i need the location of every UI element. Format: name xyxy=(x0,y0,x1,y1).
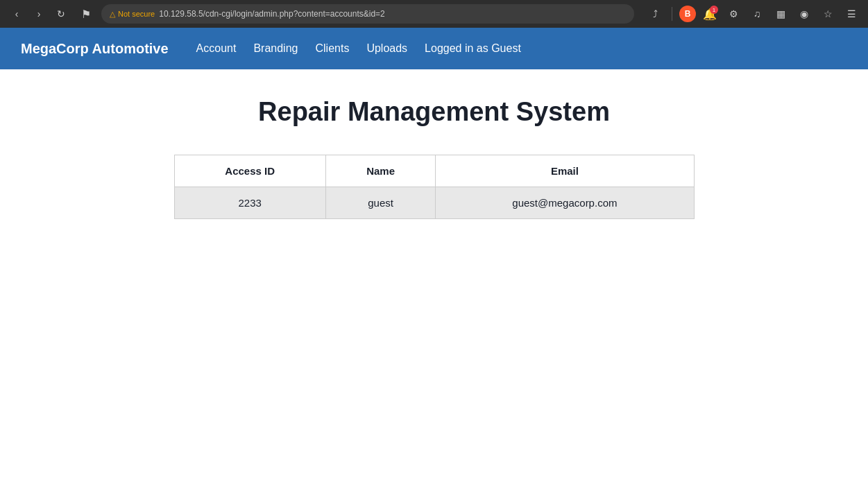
cell-name: guest xyxy=(325,187,436,219)
nav-clients[interactable]: Clients xyxy=(315,42,349,55)
divider xyxy=(672,7,672,21)
music-button[interactable]: ♫ xyxy=(747,4,767,24)
nav-buttons: ‹ › ↻ xyxy=(7,4,71,24)
col-access-id: Access ID xyxy=(174,155,325,187)
nav-uploads[interactable]: Uploads xyxy=(366,42,407,55)
col-email: Email xyxy=(436,155,694,187)
table-header-row: Access ID Name Email xyxy=(174,155,694,187)
data-table: Access ID Name Email 2233 guest guest@me… xyxy=(174,155,695,219)
cell-access-id: 2233 xyxy=(174,187,325,219)
nav-account[interactable]: Account xyxy=(196,42,237,55)
navbar: MegaCorp Automotive Account Branding Cli… xyxy=(0,28,868,69)
layout-button[interactable]: ▦ xyxy=(771,4,790,24)
forward-button[interactable]: › xyxy=(29,4,49,24)
security-label: Not secure xyxy=(118,10,155,18)
url-text: 10.129.58.5/cdn-cgi/login/admin.php?cont… xyxy=(159,9,385,19)
brand-name: MegaCorp Automotive xyxy=(21,41,169,57)
wallet-button[interactable]: ◉ xyxy=(794,4,814,24)
notification-badge: 1 xyxy=(710,6,718,14)
nav-links: Account Branding Clients Uploads Logged … xyxy=(196,42,521,55)
page-title: Repair Management System xyxy=(258,97,610,127)
table-row: 2233 guest guest@megacorp.com xyxy=(174,187,694,219)
favorites-button[interactable]: ☆ xyxy=(818,4,837,24)
cell-email: guest@megacorp.com xyxy=(436,187,694,219)
security-warning-icon: △ Not secure xyxy=(110,10,155,19)
reload-button[interactable]: ↻ xyxy=(51,4,71,24)
browser-chrome: ‹ › ↻ ⚑ △ Not secure 10.129.58.5/cdn-cgi… xyxy=(0,0,868,28)
main-content: Repair Management System Access ID Name … xyxy=(0,69,868,247)
address-bar[interactable]: △ Not secure 10.129.58.5/cdn-cgi/login/a… xyxy=(101,4,634,24)
nav-logged-in[interactable]: Logged in as Guest xyxy=(425,42,521,55)
brave-icon: B xyxy=(679,6,696,22)
browser-actions: ⤴ B 🔔 1 ⚙ ♫ ▦ ◉ ☆ ☰ xyxy=(645,4,861,24)
extensions-button[interactable]: ⚙ xyxy=(724,4,743,24)
menu-button[interactable]: ☰ xyxy=(842,4,861,24)
bookmark-button[interactable]: ⚑ xyxy=(76,4,96,24)
notification-icon: 🔔 1 xyxy=(700,4,720,24)
nav-branding[interactable]: Branding xyxy=(253,42,298,55)
col-name: Name xyxy=(325,155,436,187)
share-button[interactable]: ⤴ xyxy=(645,4,665,24)
back-button[interactable]: ‹ xyxy=(7,4,26,24)
